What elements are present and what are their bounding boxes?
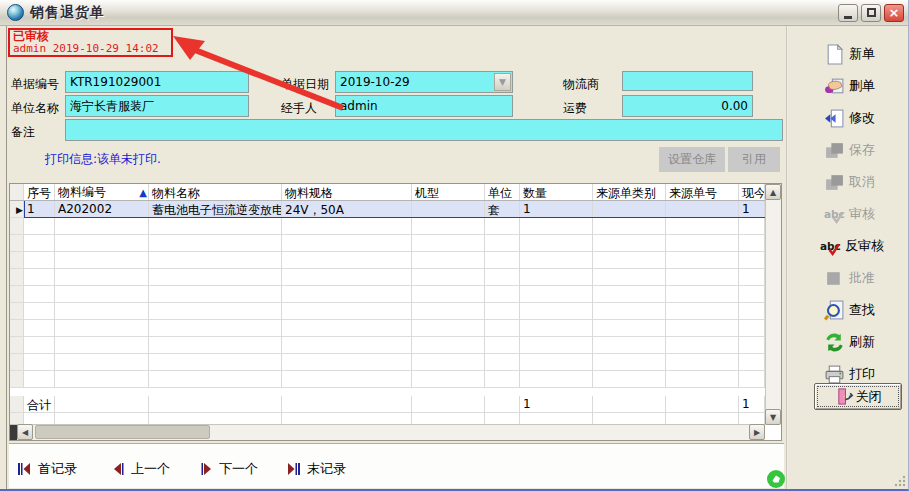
col-header-unit[interactable]: 单位 (485, 184, 520, 200)
cell-source-type[interactable] (593, 201, 666, 218)
cell-source-no[interactable] (666, 201, 739, 218)
cell-material-name[interactable]: 蓄电池电子恒流逆变放电 (149, 201, 282, 218)
close-window-button[interactable]: × (884, 4, 904, 22)
chevron-down-icon: ▼ (499, 77, 506, 87)
table-cell (520, 354, 593, 371)
table-row-empty[interactable] (10, 235, 781, 252)
table-cell (485, 235, 520, 252)
scroll-up-button[interactable]: ▲ (765, 184, 781, 200)
print-info-text: 打印信息:该单未打印. (45, 151, 161, 168)
table-cell (55, 396, 149, 413)
table-cell (282, 396, 412, 413)
scroll-corner-block (10, 425, 17, 440)
doc-date-dropdown-button[interactable]: ▼ (494, 73, 511, 91)
cell-model[interactable] (412, 201, 485, 218)
table-row-selected[interactable]: ▶ 1 A202002 蓄电池电子恒流逆变放电 24V，50A 套 1 1 (10, 201, 781, 218)
table-row-empty[interactable] (10, 286, 781, 303)
close-icon: × (889, 6, 900, 19)
table-cell (55, 337, 149, 354)
table-cell (666, 235, 739, 252)
table-cell (520, 337, 593, 354)
table-row-empty[interactable] (10, 252, 781, 269)
new-doc-button[interactable]: 新单 (816, 42, 906, 66)
doc-date-combobox[interactable]: 2019-10-29 ▼ (335, 71, 513, 93)
close-form-button[interactable]: 关闭 (814, 383, 902, 410)
table-row-empty[interactable] (10, 269, 781, 286)
reference-button[interactable]: 引用 (728, 147, 780, 172)
find-button[interactable]: 查找 (816, 298, 906, 322)
col-header-stock[interactable]: 现今库存 (739, 184, 765, 200)
horizontal-scrollbar[interactable]: ◀ ▶ (10, 424, 765, 440)
print-label: 打印 (849, 365, 875, 383)
chevron-left-icon: ◀ (22, 428, 28, 437)
logistics-input[interactable] (622, 71, 753, 91)
table-cell (520, 371, 593, 388)
set-warehouse-button[interactable]: 设置仓库 (659, 147, 725, 172)
table-row-empty[interactable] (10, 303, 781, 320)
table-cell (739, 218, 765, 235)
last-record-label: 末记录 (307, 460, 346, 478)
scroll-down-button[interactable]: ▼ (765, 409, 781, 425)
col-header-material-name[interactable]: 物料名称 (149, 184, 282, 200)
cancel-icon (824, 172, 845, 193)
title-bar[interactable]: 销售退货单 × (0, 0, 909, 26)
cell-qty[interactable]: 1 (520, 201, 593, 218)
table-cell (485, 252, 520, 269)
freight-input[interactable] (622, 95, 753, 117)
doc-no-input[interactable] (65, 71, 249, 93)
cell-seq[interactable]: 1 (24, 201, 55, 218)
table-cell (10, 235, 24, 252)
resize-grip[interactable] (892, 473, 906, 487)
next-record-button[interactable]: 下一个 (200, 460, 258, 478)
table-row-empty[interactable] (10, 371, 781, 388)
scroll-left-button[interactable]: ◀ (17, 424, 33, 440)
remark-input[interactable] (65, 119, 783, 141)
unaudit-button[interactable]: abc 反审核 (812, 234, 902, 258)
col-header-source-type[interactable]: 来源单类别 (593, 184, 666, 200)
sort-asc-icon: ▲ (139, 188, 147, 198)
maximize-button[interactable] (861, 4, 881, 22)
table-cell (282, 337, 412, 354)
table-cell (485, 371, 520, 388)
table-cell (24, 371, 55, 388)
table-cell (10, 303, 24, 320)
table-row-empty[interactable] (10, 337, 781, 354)
col-header-material-no[interactable]: 物料编号▲ (55, 184, 149, 200)
audit-status-detail: admin 2019-10-29 14:02 (13, 43, 168, 55)
vertical-scrollbar[interactable]: ▲ ▼ (765, 184, 781, 425)
items-table: 序号 物料编号▲ 物料名称 物料规格 机型 单位 数量 来源单类别 来源单号 现… (9, 183, 782, 441)
table-cell (282, 235, 412, 252)
col-header-source-no[interactable]: 来源单号 (666, 184, 739, 200)
previous-record-button[interactable]: 上一个 (112, 460, 170, 478)
unit-name-input[interactable] (65, 95, 249, 117)
minimize-button[interactable] (838, 4, 858, 22)
col-header-model[interactable]: 机型 (412, 184, 485, 200)
handler-input[interactable] (335, 95, 513, 117)
find-icon (824, 300, 845, 321)
first-record-button[interactable]: 首记录 (17, 460, 77, 478)
cell-unit[interactable]: 套 (485, 201, 520, 218)
table-row-empty[interactable] (10, 320, 781, 337)
app-window: 销售退货单 × 已审核 admin 2019-10-29 14:02 单据编号 … (0, 0, 909, 491)
col-header-seq[interactable]: 序号 (24, 184, 55, 200)
table-cell (149, 252, 282, 269)
cell-spec[interactable]: 24V，50A (282, 201, 412, 218)
table-cell (10, 320, 24, 337)
doc-no-label: 单据编号 (11, 76, 59, 93)
table-row-empty[interactable] (10, 218, 781, 235)
modify-button[interactable]: 修改 (816, 106, 906, 130)
refresh-button[interactable]: 刷新 (816, 330, 906, 354)
table-cell (666, 303, 739, 320)
col-header-qty[interactable]: 数量 (520, 184, 593, 200)
delete-doc-button[interactable]: 删单 (816, 74, 906, 98)
audit-button: abc 审核 (816, 202, 906, 226)
scroll-right-button[interactable]: ▶ (749, 424, 765, 440)
horizontal-scroll-thumb[interactable] (35, 425, 210, 439)
table-cell (282, 252, 412, 269)
cell-stock[interactable]: 1 (739, 201, 765, 218)
cell-material-no[interactable]: A202002 (55, 201, 149, 218)
table-cell (593, 396, 666, 413)
col-header-spec[interactable]: 物料规格 (282, 184, 412, 200)
last-record-button[interactable]: 末记录 (286, 460, 346, 478)
table-row-empty[interactable] (10, 354, 781, 371)
